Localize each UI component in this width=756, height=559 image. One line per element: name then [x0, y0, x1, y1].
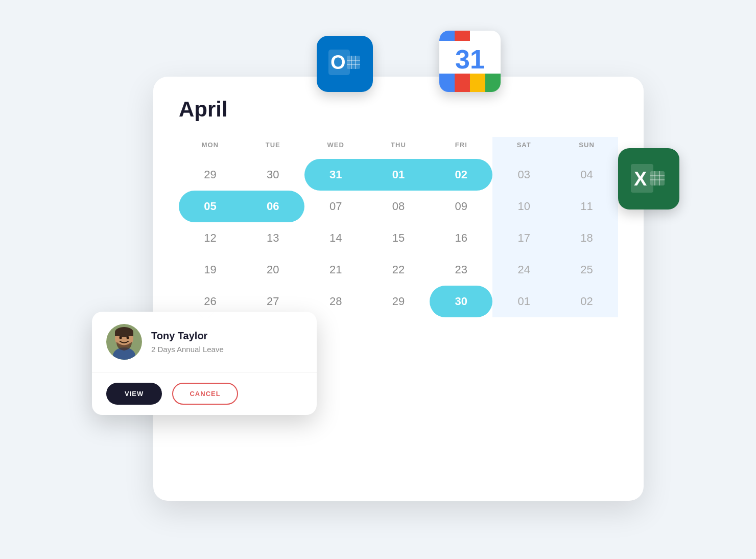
day-03[interactable]: 03	[492, 159, 555, 191]
day-01[interactable]: 01	[367, 159, 430, 191]
day-header-thu: THU	[367, 137, 430, 159]
day-29-w5[interactable]: 29	[367, 286, 430, 317]
popup-info: Tony Taylor 2 Days Annual Leave	[151, 330, 224, 354]
day-21[interactable]: 21	[304, 254, 367, 286]
day-18[interactable]: 18	[555, 222, 618, 254]
calendar-month-title: April	[179, 97, 618, 122]
day-header-wed: WED	[304, 137, 367, 159]
gcal-day-number: 31	[455, 46, 485, 73]
day-04[interactable]: 04	[555, 159, 618, 191]
day-06[interactable]: 06	[242, 191, 304, 222]
avatar	[106, 324, 142, 360]
day-09[interactable]: 09	[430, 191, 492, 222]
day-20[interactable]: 20	[242, 254, 304, 286]
svg-rect-9	[650, 171, 665, 185]
day-28[interactable]: 28	[304, 286, 367, 317]
calendar-card: April MON TUE WED THU FRI SAT SUN 29 30 …	[153, 77, 644, 501]
day-29-w1[interactable]: 29	[179, 159, 242, 191]
day-11[interactable]: 11	[555, 191, 618, 222]
day-02-next[interactable]: 02	[555, 286, 618, 317]
day-13[interactable]: 13	[242, 222, 304, 254]
svg-point-19	[120, 337, 122, 339]
outlook-app-icon[interactable]: O	[317, 36, 373, 92]
scene: O 31	[82, 26, 695, 526]
popup-header: Tony Taylor 2 Days Annual Leave	[92, 312, 317, 372]
day-17[interactable]: 17	[492, 222, 555, 254]
svg-point-20	[127, 337, 129, 339]
day-header-fri: FRI	[430, 137, 492, 159]
view-button[interactable]: VIEW	[106, 383, 162, 405]
day-15[interactable]: 15	[367, 222, 430, 254]
cancel-button[interactable]: CANCEL	[172, 383, 238, 405]
day-25[interactable]: 25	[555, 254, 618, 286]
excel-app-icon[interactable]: X	[618, 148, 679, 209]
day-31[interactable]: 31	[304, 159, 367, 191]
svg-text:X: X	[634, 168, 647, 190]
day-08[interactable]: 08	[367, 191, 430, 222]
calendar-grid: MON TUE WED THU FRI SAT SUN 29 30 31 01 …	[179, 137, 618, 317]
day-30[interactable]: 30	[430, 286, 492, 317]
popup-actions: VIEW CANCEL	[92, 372, 317, 415]
popup-leave-info: 2 Days Annual Leave	[151, 345, 224, 354]
day-14[interactable]: 14	[304, 222, 367, 254]
day-header-mon: MON	[179, 137, 242, 159]
popup-user-name: Tony Taylor	[151, 330, 224, 342]
day-12[interactable]: 12	[179, 222, 242, 254]
day-10[interactable]: 10	[492, 191, 555, 222]
leave-popup-card: Tony Taylor 2 Days Annual Leave VIEW CAN…	[92, 312, 317, 415]
day-05[interactable]: 05	[179, 191, 242, 222]
svg-rect-18	[115, 332, 133, 336]
day-02[interactable]: 02	[430, 159, 492, 191]
svg-text:O: O	[330, 52, 346, 73]
gcal-app-icon[interactable]: 31	[439, 31, 501, 92]
day-24[interactable]: 24	[492, 254, 555, 286]
day-30-w1[interactable]: 30	[242, 159, 304, 191]
day-header-sun: SUN	[555, 137, 618, 159]
day-16[interactable]: 16	[430, 222, 492, 254]
day-19[interactable]: 19	[179, 254, 242, 286]
day-header-tue: TUE	[242, 137, 304, 159]
day-01-next[interactable]: 01	[492, 286, 555, 317]
day-23[interactable]: 23	[430, 254, 492, 286]
day-header-sat: SAT	[492, 137, 555, 159]
svg-rect-2	[347, 56, 360, 69]
day-07[interactable]: 07	[304, 191, 367, 222]
day-22[interactable]: 22	[367, 254, 430, 286]
